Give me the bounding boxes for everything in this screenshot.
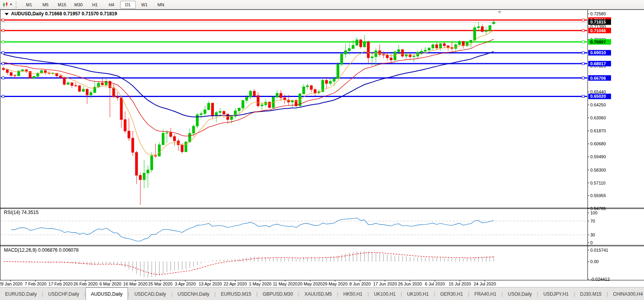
timeframe-button-W1[interactable]: W1 bbox=[137, 1, 152, 9]
price-axis-label: 0.55955 bbox=[590, 193, 606, 198]
candle-body bbox=[242, 101, 244, 108]
timeframe-button-MN[interactable]: MN bbox=[153, 1, 169, 9]
timeframe-button-H1[interactable]: H1 bbox=[87, 1, 103, 9]
line-handle bbox=[2, 19, 4, 21]
date-axis-label: 24 Jul 2020 bbox=[474, 282, 496, 286]
candle-body bbox=[90, 93, 92, 95]
chart-tab-HK50-H1[interactable]: HK50,H1 bbox=[338, 287, 368, 300]
price-tag-label: 0.66706 bbox=[590, 76, 606, 80]
date-axis-label: 13 Apr 2020 bbox=[199, 282, 222, 286]
macd-axis-label: 0.015741 bbox=[590, 248, 608, 252]
chart-tab-CHINA300-H4[interactable]: CHINA300,H4 bbox=[608, 287, 644, 300]
timeframe-button-M15[interactable]: M15 bbox=[54, 1, 70, 9]
date-axis-label: 20 May 2020 bbox=[297, 282, 323, 286]
timeframe-button-H4[interactable]: H4 bbox=[104, 1, 119, 9]
candle-body bbox=[261, 105, 263, 106]
line-handle bbox=[582, 62, 584, 65]
date-axis-label: 7 Feb 2020 bbox=[25, 282, 47, 286]
chart-tab-USDCNH-Daily[interactable]: USDCNH,Daily bbox=[172, 287, 214, 300]
candle-body bbox=[116, 97, 119, 98]
candle-body bbox=[325, 80, 328, 83]
candle-body bbox=[280, 93, 282, 98]
candle-body bbox=[462, 41, 465, 46]
line-handle bbox=[582, 51, 584, 54]
price-axis-label: 0.58300 bbox=[590, 168, 606, 172]
candle-body bbox=[101, 83, 104, 85]
chart-tab-GER30-H1[interactable]: GER30,H1 bbox=[435, 287, 468, 300]
candle-body bbox=[386, 55, 389, 58]
timeframes-toolbar: ▼ M1M5M15M30H1H4D1W1MN bbox=[0, 0, 644, 9]
candle-body bbox=[310, 86, 312, 90]
candle-body bbox=[413, 56, 415, 57]
candle-body bbox=[226, 114, 229, 120]
candle-body bbox=[135, 152, 138, 175]
candle-body bbox=[147, 170, 149, 173]
chart-tab-XAUUSD-M5[interactable]: XAUUSD,M5 bbox=[299, 287, 337, 300]
price-tag-label: 0.68017 bbox=[590, 61, 606, 66]
date-axis-label: 17 Feb 2020 bbox=[48, 282, 73, 286]
candle-body bbox=[485, 31, 487, 32]
chart-tab-DJ30-M15[interactable]: DJ30,M15 bbox=[575, 287, 607, 300]
chart-canvas[interactable]: AUDUSD,Daily 0.71668 0.71957 0.71570 0.7… bbox=[0, 9, 644, 287]
candle-body bbox=[398, 49, 400, 52]
date-axis-label: 11 May 2020 bbox=[273, 282, 297, 286]
date-axis-label: 26 Jun 2020 bbox=[398, 282, 422, 286]
timeframe-button-M1[interactable]: M1 bbox=[21, 1, 37, 9]
candle-body bbox=[420, 51, 423, 52]
candle-body bbox=[344, 51, 347, 54]
price-axis-label: 0.72580 bbox=[590, 11, 606, 16]
candle-body bbox=[21, 70, 24, 71]
rsi-caption: RSI(14) 74.3515 bbox=[4, 210, 38, 215]
chart-tab-AUDUSD-Daily[interactable]: AUDUSD,Daily bbox=[86, 287, 128, 300]
candle-body bbox=[447, 46, 449, 48]
candle-body bbox=[173, 137, 176, 141]
chart-tab-UK100-H1[interactable]: UK100,H1 bbox=[369, 287, 401, 300]
candle-body bbox=[337, 64, 339, 79]
chart-tab-USDCHF-Daily[interactable]: USDCHF,Daily bbox=[43, 287, 84, 300]
date-axis-label: 8 Jun 2020 bbox=[349, 282, 370, 286]
candle-body bbox=[474, 28, 476, 40]
chart-tab-USOil-Daily[interactable]: USOil,Daily bbox=[503, 287, 537, 300]
line-handle bbox=[2, 95, 4, 97]
candle-body bbox=[230, 116, 233, 119]
price-axis-label: 0.57110 bbox=[590, 181, 606, 185]
candle-body bbox=[208, 103, 210, 110]
mt4-window: ▼ M1M5M15M30H1H4D1W1MN AUDUSD,Daily 0.71… bbox=[0, 0, 644, 300]
price-tag-label: 0.71046 bbox=[590, 28, 606, 33]
line-handle bbox=[582, 29, 584, 32]
line-handle bbox=[582, 19, 584, 21]
candle-body bbox=[33, 77, 35, 78]
candle-body bbox=[97, 83, 100, 87]
candle-body bbox=[348, 49, 350, 51]
timeframe-button-M5[interactable]: M5 bbox=[38, 1, 53, 9]
candle-body bbox=[375, 51, 377, 57]
chart-tab-FRA40-H1[interactable]: FRA40,H1 bbox=[469, 287, 502, 300]
candlestick-chart-icon[interactable]: ▼ bbox=[1, 1, 14, 9]
chart-tab-EURUSD-Daily[interactable]: EURUSD,Daily bbox=[0, 287, 42, 300]
toolbar-drag-handle[interactable] bbox=[16, 2, 18, 8]
candle-body bbox=[238, 108, 240, 111]
chart-tab-USDJPY-H1[interactable]: USDJPY,H1 bbox=[538, 287, 573, 300]
candle-body bbox=[166, 133, 168, 133]
candle-body bbox=[382, 55, 385, 55]
candle-body bbox=[333, 79, 335, 81]
date-axis-label: 6 Jul 2020 bbox=[425, 282, 445, 286]
timeframe-button-M30[interactable]: M30 bbox=[71, 1, 86, 9]
candle-body bbox=[283, 98, 286, 100]
candle-body bbox=[481, 27, 483, 32]
timeframe-button-D1[interactable]: D1 bbox=[120, 1, 136, 9]
candle-body bbox=[10, 73, 12, 76]
chart-tab-UK100-H1[interactable]: UK100,H1 bbox=[402, 287, 434, 300]
chart-tab-EURUSD-M15[interactable]: EURUSD,M15 bbox=[216, 287, 256, 300]
candle-body bbox=[390, 58, 392, 60]
candle-body bbox=[124, 119, 126, 131]
chart-tab-USDCAD-Daily[interactable]: USDCAD,Daily bbox=[129, 287, 171, 300]
line-handle bbox=[2, 29, 4, 32]
candle-body bbox=[405, 55, 407, 56]
candlestick-glyph bbox=[2, 2, 9, 8]
candle-body bbox=[314, 90, 316, 93]
chart-tab-GBPUSD-M30[interactable]: GBPUSD,M30 bbox=[257, 287, 298, 300]
candle-body bbox=[379, 51, 381, 55]
candle-body bbox=[367, 42, 369, 58]
date-axis-label: 29 May 2020 bbox=[323, 282, 348, 286]
